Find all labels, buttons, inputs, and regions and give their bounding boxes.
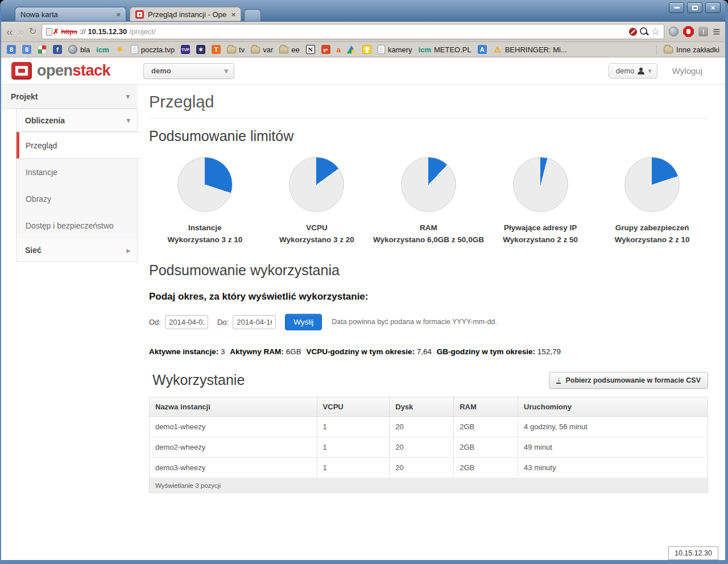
bookmark-kamery[interactable]: kamery bbox=[378, 45, 412, 54]
bookmark-kamery-icon bbox=[378, 45, 385, 54]
pie-chart-instancje bbox=[177, 157, 233, 212]
limits-heading: Podsumowanie limitów bbox=[149, 128, 708, 144]
column-header-vcpu[interactable]: VCPU bbox=[317, 397, 390, 416]
cell-disk: 20 bbox=[390, 437, 454, 457]
instance-link[interactable]: demo3-wheezy bbox=[150, 457, 317, 478]
bookmark-star-icon[interactable]: ☆ bbox=[651, 27, 660, 36]
bookmark-pinwheel[interactable] bbox=[38, 45, 47, 54]
window-maximize-button[interactable] bbox=[687, 2, 702, 13]
user-menu-dropdown[interactable]: demo ▾ bbox=[609, 63, 657, 78]
bookmark-gplus[interactable]: g+ bbox=[321, 45, 330, 54]
date-format-hint: Data powinna być podana w formacie YYYY-… bbox=[332, 318, 497, 326]
card-caption: Wykorzystano 2 z 10 bbox=[596, 234, 708, 246]
chevron-right-icon: ▸ bbox=[126, 246, 130, 255]
column-header-disk[interactable]: Dysk bbox=[390, 397, 454, 416]
titlebar[interactable]: × Nowa karta × Przegląd instancji - Open… bbox=[1, 0, 725, 22]
bookmark-allegro[interactable]: a bbox=[337, 45, 341, 54]
window-minimize-button[interactable] bbox=[669, 2, 684, 13]
tab-new-card[interactable]: Nowa karta × bbox=[15, 7, 126, 21]
bookmark-icm[interactable]: icm bbox=[96, 45, 109, 54]
bookmark-folder-tv[interactable]: tv bbox=[227, 45, 245, 54]
bookmark-bla[interactable]: bla bbox=[68, 45, 90, 54]
bookmark-folder-var-label: var bbox=[263, 45, 273, 54]
logo-open-text: open bbox=[37, 62, 73, 79]
bookmark-folder-var-icon bbox=[251, 47, 260, 53]
sidebar-group-obliczenia[interactable]: Obliczenia ▾ bbox=[16, 109, 138, 132]
stat-value: 6GB bbox=[286, 347, 301, 356]
bookmark-8-small[interactable]: 8 bbox=[22, 45, 31, 54]
tab-label: Nowa karta bbox=[20, 10, 112, 19]
other-bookmarks-button[interactable]: Inne zakładki bbox=[656, 45, 719, 54]
addon-icon[interactable]: ! bbox=[698, 27, 708, 36]
page-title: Przegląd bbox=[149, 93, 708, 119]
tab-close-icon[interactable]: × bbox=[116, 10, 121, 19]
bookmark-tvp[interactable]: TVP bbox=[181, 45, 190, 54]
project-selector-dropdown[interactable]: demo ▾ bbox=[143, 63, 234, 79]
column-header-uptime[interactable]: Uruchomiony bbox=[518, 397, 708, 416]
instance-link[interactable]: demo1-wheezy bbox=[150, 416, 317, 437]
bookmark-poczta-tvp[interactable]: poczta.tvp bbox=[131, 45, 175, 54]
logo-stack-text: stack bbox=[73, 62, 111, 79]
pie-chart-ram bbox=[401, 157, 456, 212]
bookmark-google-8-icon: 8 bbox=[7, 45, 16, 54]
sidebar-item-dostep[interactable]: Dostęp i bezpieczeństwo bbox=[16, 212, 137, 239]
tab-openstack-overview[interactable]: Przegląd instancji - OpenS × bbox=[130, 7, 241, 21]
bookmark-translate[interactable]: A bbox=[478, 45, 487, 54]
bookmark-folder-ee[interactable]: ee bbox=[279, 45, 299, 54]
bookmark-stars[interactable]: ✶ bbox=[196, 45, 205, 54]
bookmark-t-orange-icon: T bbox=[212, 45, 221, 54]
date-from-input[interactable] bbox=[165, 315, 208, 329]
bookmark-folder-var[interactable]: var bbox=[251, 45, 273, 54]
bookmark-n-icon: N bbox=[306, 45, 315, 54]
bookmark-google-8[interactable]: 8 bbox=[7, 45, 16, 54]
sidebar-item-przeglad[interactable]: Przegląd bbox=[16, 132, 142, 159]
logout-link[interactable]: Wyloguj bbox=[672, 66, 702, 76]
bookmark-8-small-icon: 8 bbox=[22, 45, 31, 54]
bookmark-poczta-tvp-label: poczta.tvp bbox=[141, 45, 175, 54]
download-csv-button[interactable]: ↓ Pobierz podsumowanie w formacie CSV bbox=[549, 372, 708, 389]
pie-chart-floating-ip bbox=[513, 157, 568, 212]
url-bar[interactable]: ✗ https :// 10.15.12.30 /project/ ☆ bbox=[42, 24, 665, 39]
bookmark-bulb[interactable] bbox=[362, 45, 371, 54]
card-title: RAM bbox=[373, 222, 485, 234]
date-to-label: Do: bbox=[217, 318, 229, 326]
bookmark-behringer[interactable]: ⚠BEHRINGER: Mi... bbox=[493, 45, 567, 54]
column-header-ram[interactable]: RAM bbox=[454, 397, 518, 416]
sidebar-group-siec[interactable]: Sieć ▸ bbox=[16, 239, 138, 262]
new-tab-button[interactable] bbox=[244, 9, 261, 21]
block-icon[interactable] bbox=[629, 28, 637, 36]
bookmark-n[interactable]: N bbox=[306, 45, 315, 54]
globe-icon[interactable] bbox=[669, 27, 679, 36]
instance-link[interactable]: demo2-wheezy bbox=[150, 437, 317, 457]
date-to-input[interactable] bbox=[233, 315, 276, 329]
zoom-reset-icon[interactable] bbox=[639, 27, 649, 36]
sidebar-item-obrazy[interactable]: Obrazy bbox=[16, 185, 137, 212]
openstack-logo[interactable]: openstack bbox=[11, 62, 110, 80]
bookmark-t-orange[interactable]: T bbox=[212, 45, 221, 54]
cell-ram: 2GB bbox=[454, 416, 518, 437]
sidebar-item-instancje[interactable]: Instancje bbox=[16, 159, 137, 185]
user-name: demo bbox=[616, 67, 635, 75]
window-close-button[interactable]: × bbox=[705, 2, 721, 13]
navigation-toolbar: « » ↻ ✗ https :// 10.15.12.30 /project/ … bbox=[1, 22, 725, 42]
url-host: 10.15.12.30 bbox=[88, 27, 127, 36]
hand-icon bbox=[686, 29, 690, 34]
cell-disk: 20 bbox=[390, 457, 454, 478]
bookmark-icm-meteo[interactable]: icmMETEO.PL bbox=[419, 45, 471, 54]
submit-button[interactable]: Wyślij bbox=[285, 314, 322, 330]
adblock-stop-icon[interactable] bbox=[683, 26, 694, 37]
usage-stats-line: Aktywne instancje: 3 Aktywny RAM: 6GB VC… bbox=[149, 347, 708, 356]
bookmark-weather-sun[interactable]: ☀ bbox=[115, 45, 125, 54]
bookmark-translate-icon: A bbox=[478, 45, 487, 54]
column-header-name[interactable]: Nazwa instancji bbox=[150, 397, 317, 416]
back-button[interactable]: « bbox=[6, 26, 13, 38]
forward-button[interactable]: » bbox=[18, 26, 24, 38]
menu-hamburger-icon[interactable]: ≡ bbox=[713, 26, 720, 38]
bookmark-gdrive[interactable] bbox=[347, 45, 356, 53]
sidebar-dashboard-projekt[interactable]: Projekt ▾ bbox=[1, 85, 138, 109]
reload-button[interactable]: ↻ bbox=[28, 27, 36, 36]
date-from-label: Od: bbox=[149, 318, 161, 326]
tab-close-icon[interactable]: × bbox=[231, 10, 235, 19]
bookmark-facebook[interactable]: f bbox=[53, 45, 62, 54]
cell-uptime: 49 minut bbox=[518, 437, 708, 457]
